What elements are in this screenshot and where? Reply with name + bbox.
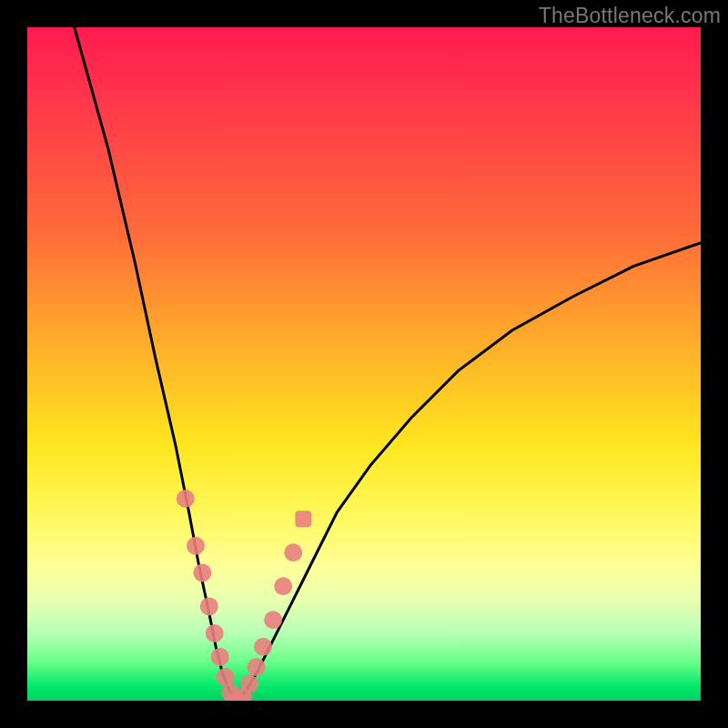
- data-marker-10: [240, 675, 258, 693]
- plot-area: [27, 27, 701, 701]
- marker-group: [177, 490, 312, 701]
- data-marker-5: [211, 648, 229, 666]
- data-marker-14: [274, 577, 292, 595]
- curve-curve-right: [236, 243, 701, 701]
- watermark-text: TheBottleneck.com: [539, 4, 721, 28]
- data-marker-11: [248, 658, 266, 676]
- data-marker-0: [177, 490, 195, 508]
- chart-svg: [27, 27, 701, 701]
- data-marker-16: [295, 511, 311, 527]
- data-marker-15: [284, 543, 302, 561]
- data-marker-3: [200, 597, 218, 615]
- data-marker-13: [264, 611, 282, 629]
- chart-frame: TheBottleneck.com: [0, 0, 728, 728]
- data-marker-12: [254, 638, 272, 656]
- data-marker-2: [193, 563, 211, 581]
- curve-group: [75, 27, 701, 701]
- data-marker-6: [217, 668, 235, 686]
- data-marker-4: [206, 624, 224, 642]
- data-marker-1: [187, 537, 205, 555]
